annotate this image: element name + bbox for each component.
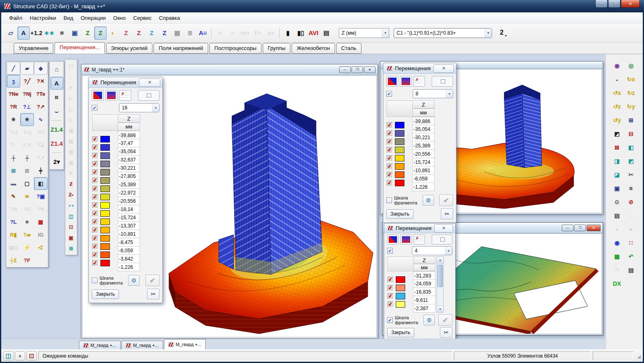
level-checkbox[interactable]: ✔ <box>92 194 98 200</box>
level-checkbox[interactable]: ✔ <box>92 260 98 266</box>
document-tab[interactable]: М_гвард +... <box>164 339 206 349</box>
gear-icon[interactable]: ⚙ <box>423 195 434 206</box>
color-blocks-icon[interactable] <box>432 76 453 87</box>
axes-cube-icon[interactable]: ⊞ <box>625 114 638 126</box>
pen-gray-icon[interactable]: ?✎ <box>34 203 48 216</box>
m-post-gray-icon[interactable]: m+ <box>239 26 252 40</box>
bar-info-icon[interactable]: ?╱ <box>20 75 34 88</box>
aframe-gray-2-icon[interactable]: ◺ <box>66 104 76 114</box>
cut-fragment-icon[interactable]: ✂ <box>625 168 638 181</box>
z-fragment-2-icon[interactable]: Ƶ▪ <box>66 190 76 200</box>
cross-node-icon[interactable]: ┼ <box>7 152 20 164</box>
two-color-display-icon[interactable] <box>92 90 104 101</box>
diagram-column-icon[interactable]: ▮ <box>282 26 294 40</box>
level-checkbox[interactable]: ✔ <box>92 153 98 159</box>
grid-red-icon[interactable]: ▦ <box>34 216 48 228</box>
close-icon[interactable]: ✕ <box>364 66 375 73</box>
grid-red-dots-icon[interactable]: ∷ <box>625 236 638 249</box>
grid-green-icon[interactable]: ▦ <box>611 250 624 263</box>
close-icon[interactable]: ✕ <box>434 224 453 233</box>
calc-lightning-icon[interactable]: Z <box>81 26 94 40</box>
te-info-icon[interactable]: ?Te <box>34 88 48 100</box>
grid-dots-icon[interactable]: ┿ <box>34 164 48 177</box>
level-checkbox[interactable]: ✔ <box>387 155 393 161</box>
level-checkbox[interactable]: ✔ <box>387 277 394 283</box>
render-bulb-icon[interactable]: ◧ <box>34 177 48 190</box>
ribbon-tab[interactable]: Группы <box>263 43 290 54</box>
rotate-z-back-icon[interactable]: ↺z <box>611 100 624 113</box>
minimize-button[interactable]: — <box>595 0 608 8</box>
cube-gray-3-icon[interactable]: ▧ <box>66 147 76 157</box>
level-checkbox[interactable]: ✔ <box>92 219 98 225</box>
load-gray-icon[interactable]: ?⊓ <box>34 126 48 139</box>
menu-item[interactable]: Настройки <box>26 14 60 22</box>
frame-model-icon[interactable]: ⌗ <box>56 26 68 40</box>
level-checkbox[interactable]: ✔ <box>92 169 98 176</box>
window-layout-icon[interactable]: ▣ <box>69 26 81 40</box>
palette-titlebar[interactable]: Перемещения ✕ <box>384 223 455 233</box>
scale-scrollbar[interactable]: ▲ ▼ <box>437 256 444 313</box>
profile-g-icon[interactable]: ΙG <box>34 228 48 241</box>
scissors-icon[interactable]: ✂ <box>440 327 452 338</box>
value-table-icon[interactable]: ✗ <box>413 235 425 244</box>
level-checkbox[interactable]: ✔ <box>387 122 393 128</box>
cable-icon[interactable]: ⌣ <box>50 105 63 118</box>
palette-titlebar[interactable]: Перемещения ✕ <box>89 77 162 88</box>
print-icon[interactable]: ▤ <box>611 209 624 222</box>
paint-brush-icon[interactable]: ✎ <box>7 190 20 203</box>
ribbon-tab[interactable]: Управление <box>14 43 53 54</box>
rotate-y-back-icon[interactable]: ↺y <box>611 114 624 126</box>
release-gray-icon[interactable]: ?◁ <box>7 126 20 139</box>
frame-icon[interactable]: ⌗ <box>50 91 63 104</box>
minimize-icon[interactable]: — <box>339 66 351 73</box>
document-tab[interactable]: М_гвард +... <box>121 341 163 349</box>
maximize-button[interactable]: ❐ <box>608 0 620 8</box>
plate-add-icon[interactable]: ▰ <box>20 62 34 75</box>
copy-fragment-icon[interactable]: ?▣ <box>34 190 48 203</box>
chain-nodes-icon[interactable]: ∿ <box>34 113 48 126</box>
bar-3d-icon[interactable]: ▬ <box>7 177 20 190</box>
gradient-display-icon[interactable] <box>105 90 117 101</box>
frame-view-icon[interactable]: ⌗ <box>625 182 638 195</box>
rotate-x-icon[interactable]: ↻x <box>625 73 638 85</box>
save-report-icon[interactable]: ▤ <box>320 26 333 40</box>
cross-node-2-icon[interactable]: ┼ <box>20 152 34 164</box>
gear-icon[interactable]: ⚙ <box>423 315 435 325</box>
menu-item[interactable]: Операции <box>77 14 109 22</box>
window-pp-icon[interactable]: ▣ <box>611 182 624 195</box>
roof-scheme-icon[interactable]: ⌂ <box>50 63 63 76</box>
two-color-display-icon[interactable] <box>386 76 398 87</box>
mode-shape-gray-icon[interactable]: ⌁ <box>226 26 239 40</box>
cube-wire-icon[interactable]: ▢ <box>20 177 34 190</box>
grid-dim-icon[interactable]: ⌗ <box>20 216 34 228</box>
level-checkbox[interactable]: ✔ <box>387 172 393 178</box>
avi-record-icon[interactable]: AVI <box>307 26 320 40</box>
scroll-up-icon[interactable]: ▲ <box>437 257 443 263</box>
tool-icon[interactable] <box>51 151 62 154</box>
cube-cyan-2-icon[interactable]: ◨ <box>611 154 624 167</box>
apply-check-icon[interactable]: ✔ <box>145 275 159 286</box>
redo-gray-icon[interactable]: ↷ <box>611 263 624 276</box>
restore-icon[interactable]: ❐ <box>574 225 586 231</box>
expertise-green-icon[interactable]: Z1.4 <box>50 123 63 136</box>
plate-gray-icon[interactable]: ?◁ <box>20 126 34 139</box>
close-palette-button[interactable]: Закрыть <box>92 289 119 299</box>
aframe-gray-1-icon[interactable]: ◺ <box>66 93 76 103</box>
solid-add-icon[interactable]: ◆ <box>34 62 48 75</box>
level-checkbox[interactable]: ✔ <box>387 147 393 153</box>
f-post-gray-icon[interactable]: F+ <box>252 26 264 40</box>
digital-panel-icon[interactable]: ▤ <box>625 263 638 276</box>
ribbon-tab[interactable]: Постпроцессоры <box>209 43 261 54</box>
child-window-titlebar[interactable]: М_гвард ++:1* — ❐ ✕ <box>81 64 378 75</box>
lightning-gray-icon[interactable]: ⚡ <box>20 241 34 254</box>
spring-info-icon[interactable]: ʒ <box>7 75 20 88</box>
level-checkbox[interactable]: ✔ <box>92 161 98 167</box>
toolbar-icon[interactable] <box>278 26 281 40</box>
cube-iso-icon[interactable]: ◩ <box>611 127 624 140</box>
zoom-icon[interactable]: ⊙ <box>611 195 624 208</box>
layers-gray-icon[interactable]: ≣ <box>184 26 196 40</box>
sphere-gray-2-icon[interactable]: ● <box>625 223 638 235</box>
cube-left-red-icon[interactable]: ⊠ <box>611 141 624 154</box>
zoom-off-icon[interactable]: ⊘ <box>625 195 638 208</box>
show-scale-checkbox[interactable]: ✔ <box>387 248 393 254</box>
